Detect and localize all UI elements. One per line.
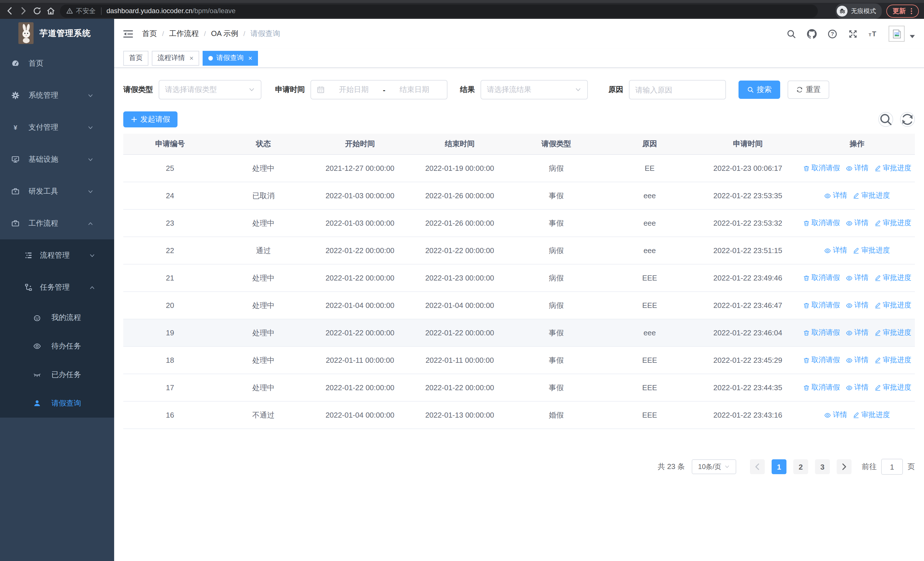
cancel-leave-link[interactable]: 取消请假 xyxy=(803,301,840,310)
fullscreen-icon[interactable] xyxy=(848,29,858,39)
reason-input[interactable] xyxy=(629,80,726,99)
approval-progress-link[interactable]: 审批进度 xyxy=(874,273,911,283)
prev-page-button[interactable] xyxy=(750,459,765,474)
page-button-3[interactable]: 3 xyxy=(815,459,830,474)
detail-link[interactable]: 详情 xyxy=(824,410,847,420)
cell-status: 处理中 xyxy=(217,346,310,374)
cell-leave-type: 事假 xyxy=(510,319,603,346)
goto-page-input[interactable] xyxy=(881,459,903,475)
table-toolbar: 发起请假 xyxy=(123,111,915,127)
approval-progress-link[interactable]: 审批进度 xyxy=(853,191,890,200)
cancel-leave-link[interactable]: 取消请假 xyxy=(803,383,840,393)
tab-label: 流程详情 xyxy=(158,53,185,63)
reload-icon[interactable] xyxy=(33,6,42,15)
leave-type-select[interactable]: 请选择请假类型 xyxy=(159,80,261,99)
url-bar[interactable]: 不安全 dashboard.yudao.iocoder.cn/bpm/oa/le… xyxy=(60,4,818,17)
cell-id: 18 xyxy=(123,346,217,374)
result-select[interactable]: 请选择流结果 xyxy=(480,80,588,99)
github-icon[interactable] xyxy=(807,29,817,39)
sidebar-item-my-process[interactable]: 我的流程 xyxy=(0,303,114,332)
site-security[interactable]: 不安全 xyxy=(66,7,96,15)
pen-icon xyxy=(874,357,881,364)
detail-link[interactable]: 详情 xyxy=(824,246,847,256)
sidebar-item-process-mgmt[interactable]: 流程管理 xyxy=(0,239,114,271)
cell-id: 25 xyxy=(123,155,217,182)
cell-id: 19 xyxy=(123,319,217,346)
search-icon[interactable] xyxy=(786,29,796,39)
detail-link[interactable]: 详情 xyxy=(846,355,868,365)
create-leave-button[interactable]: 发起请假 xyxy=(123,111,177,127)
cell-actions: 取消请假详情审批进度 xyxy=(799,319,915,346)
detail-link[interactable]: 详情 xyxy=(846,218,868,228)
page-button-2[interactable]: 2 xyxy=(793,459,808,474)
page-size-select[interactable]: 10条/页 xyxy=(692,459,736,474)
update-button[interactable]: 更新 xyxy=(886,4,919,17)
cancel-leave-link[interactable]: 取消请假 xyxy=(803,218,840,228)
approval-progress-link[interactable]: 审批进度 xyxy=(853,410,890,420)
help-icon[interactable]: ? xyxy=(828,29,837,39)
cell-start-time: 2022-01-03 00:00:00 xyxy=(310,209,410,237)
reset-button[interactable]: 重置 xyxy=(788,81,829,99)
refresh-icon xyxy=(796,86,803,93)
approval-progress-link[interactable]: 审批进度 xyxy=(874,383,911,393)
approval-progress-link[interactable]: 审批进度 xyxy=(874,218,911,228)
approval-progress-link[interactable]: 审批进度 xyxy=(874,328,911,338)
sidebar-item-leave-query[interactable]: 请假查询 xyxy=(0,389,114,418)
cancel-leave-link[interactable]: 取消请假 xyxy=(803,328,840,338)
user-avatar-menu[interactable] xyxy=(889,26,915,42)
sidebar-item-payment[interactable]: ¥支付管理 xyxy=(0,111,114,143)
pen-icon xyxy=(874,384,881,391)
cell-leave-type: 事假 xyxy=(510,209,603,237)
detail-link[interactable]: 详情 xyxy=(846,163,868,173)
refresh-table-button[interactable] xyxy=(900,112,915,127)
sidebar-collapse-icon[interactable] xyxy=(123,29,133,38)
page-content: 请假类型 请选择请假类型 申请时间 开始日期 - 结束日期 结果 请选择流结果 xyxy=(114,68,924,561)
bookmark-star-icon[interactable] xyxy=(822,7,831,15)
forward-icon[interactable] xyxy=(19,6,28,15)
detail-link[interactable]: 详情 xyxy=(846,383,868,393)
apply-time-range-picker[interactable]: 开始日期 - 结束日期 xyxy=(310,80,447,99)
tab-home[interactable]: 首页 xyxy=(123,51,148,65)
toolbox-icon xyxy=(11,187,20,196)
detail-link[interactable]: 详情 xyxy=(846,301,868,310)
cell-actions: 详情审批进度 xyxy=(799,182,915,209)
sidebar-item-system[interactable]: 系统管理 xyxy=(0,80,114,111)
sidebar-item-home[interactable]: 首页 xyxy=(0,47,114,80)
close-icon[interactable]: × xyxy=(248,54,252,62)
approval-progress-link[interactable]: 审批进度 xyxy=(874,355,911,365)
sidebar-item-done-tasks[interactable]: 已办任务 xyxy=(0,361,114,389)
sidebar-item-infrastructure[interactable]: 基础设施 xyxy=(0,143,114,175)
detail-link[interactable]: 详情 xyxy=(824,191,847,200)
cancel-leave-link[interactable]: 取消请假 xyxy=(803,163,840,173)
show-search-button[interactable] xyxy=(878,112,893,127)
breadcrumb-item[interactable]: 工作流程 xyxy=(169,29,199,39)
approval-progress-link[interactable]: 审批进度 xyxy=(874,301,911,310)
svg-text:?: ? xyxy=(831,31,834,36)
page-button-1[interactable]: 1 xyxy=(772,459,786,474)
tab-leave-query[interactable]: 请假查询× xyxy=(202,51,258,65)
sidebar-item-task-mgmt[interactable]: 任务管理 xyxy=(0,271,114,303)
detail-link[interactable]: 详情 xyxy=(846,273,868,283)
detail-link[interactable]: 详情 xyxy=(846,328,868,338)
approval-progress-link[interactable]: 审批进度 xyxy=(874,163,911,173)
breadcrumb-item[interactable]: OA 示例 xyxy=(211,29,238,39)
font-size-icon[interactable]: TT xyxy=(868,29,878,39)
sidebar-item-devtools[interactable]: 研发工具 xyxy=(0,175,114,208)
home-icon[interactable] xyxy=(46,6,56,15)
sidebar-item-workflow[interactable]: 工作流程 xyxy=(0,208,114,239)
search-button[interactable]: 搜索 xyxy=(738,81,780,99)
breadcrumb-item[interactable]: 首页 xyxy=(142,29,157,39)
approval-progress-link[interactable]: 审批进度 xyxy=(853,246,890,256)
sidebar-item-todo-tasks[interactable]: 待办任务 xyxy=(0,332,114,361)
app-logo[interactable]: 芋道管理系统 xyxy=(0,19,114,47)
eye-open-icon xyxy=(824,412,831,418)
cancel-leave-link[interactable]: 取消请假 xyxy=(803,273,840,283)
close-icon[interactable]: × xyxy=(189,54,194,62)
kebab-menu-icon[interactable] xyxy=(910,7,913,15)
cell-status: 已取消 xyxy=(217,182,310,209)
back-icon[interactable] xyxy=(5,6,14,15)
cancel-leave-link[interactable]: 取消请假 xyxy=(803,355,840,365)
next-page-button[interactable] xyxy=(837,459,852,474)
cell-end-time: 2022-01-19 00:00:00 xyxy=(410,155,510,182)
tab-process-detail[interactable]: 流程详情× xyxy=(152,51,199,65)
